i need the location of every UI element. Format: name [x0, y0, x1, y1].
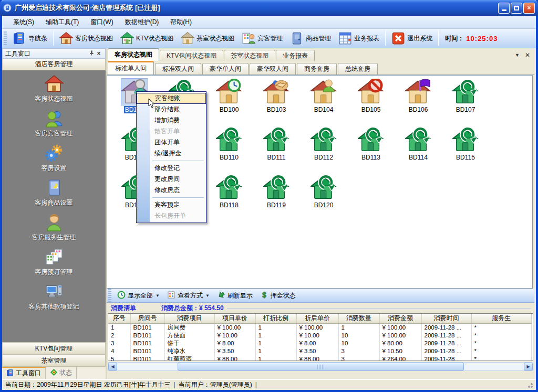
sidebar-item-4[interactable]: 客房服务生管理	[2, 213, 106, 248]
table-row-0[interactable]: 1BD101房间费¥ 100.001¥ 100.001¥ 100.002009-…	[108, 323, 531, 332]
room-list-toolbar-button-0[interactable]: 显示全部▼	[113, 291, 163, 301]
table-column-header-7[interactable]: 消费金额	[379, 314, 421, 323]
room-type-tab-3[interactable]: 豪华双人间	[250, 63, 296, 75]
scroll-right-arrow-icon[interactable]: ▶	[524, 363, 533, 370]
context-menu-item-11[interactable]: 宾客预定	[137, 199, 206, 210]
room-icon-person	[311, 79, 337, 105]
table-column-header-6[interactable]: 消费数量	[338, 314, 379, 323]
resize-grip[interactable]	[526, 382, 533, 388]
table-column-header-5[interactable]: 折后单价	[296, 314, 338, 323]
sidebar-item-0[interactable]: 客房状态视图	[2, 75, 106, 109]
sidebar-item-3[interactable]: 客房商品设置	[2, 178, 106, 213]
menu-item-1[interactable]: 辅助工具(T)	[40, 16, 85, 28]
context-menu-item-2[interactable]: 增加消费	[137, 115, 206, 126]
room-type-tab-4[interactable]: 商务套房	[297, 63, 337, 75]
toolbar-button-1[interactable]: 客房状态视图	[56, 30, 117, 47]
sidebar-bottom-tab-0[interactable]: 工具窗口	[2, 367, 46, 379]
goods-door-icon	[290, 31, 304, 45]
table-column-header-0[interactable]: 序号	[108, 314, 130, 323]
table-column-header-4[interactable]: 打折比例	[255, 314, 296, 323]
table-row-1[interactable]: 2BD101方便面¥ 10.001¥ 10.0010¥ 100.002009-1…	[108, 332, 531, 340]
room-type-tab-2[interactable]: 豪华单人间	[202, 63, 249, 75]
room-BD106[interactable]: BD106	[395, 79, 442, 119]
sidebar-item-1[interactable]: 客房宾客管理	[2, 109, 106, 144]
toolbar-button-7[interactable]: 退出系统	[388, 30, 436, 47]
toolbar-button-0[interactable]: 导航条	[9, 30, 51, 47]
table-column-header-3[interactable]: 项目单价	[214, 314, 255, 323]
pin-icon[interactable]	[88, 50, 95, 58]
room-BD103[interactable]: BD103	[253, 79, 300, 119]
sidebar-panel-hotel-rooms[interactable]: 酒店客房管理	[2, 59, 106, 70]
room-BD120[interactable]: BD120	[300, 174, 347, 214]
room-BD105[interactable]: BD105	[347, 79, 395, 119]
context-menu-item-4[interactable]: 团体开单	[137, 137, 206, 148]
room-BD115[interactable]: BD115	[442, 126, 489, 166]
room-BD114[interactable]: BD114	[395, 126, 442, 166]
room-list-toolbar-button-1[interactable]: 查看方式▼	[163, 291, 213, 301]
room-type-tab-1[interactable]: 标准双人间	[155, 63, 201, 75]
room-BD118[interactable]: BD118	[205, 174, 253, 214]
toolbar-button-5[interactable]: 商品管理	[286, 30, 335, 47]
document-tab-3[interactable]: 业务报表	[276, 50, 315, 61]
scrollbar-thumb[interactable]	[178, 363, 464, 370]
context-menu-item-9[interactable]: 修改房态	[137, 185, 206, 196]
scroll-left-arrow-icon[interactable]: ◀	[108, 363, 117, 370]
toolbar-button-6[interactable]: 业务报表	[335, 30, 383, 47]
context-menu-item-1[interactable]: 部分结账	[137, 104, 206, 115]
tab-close-icon[interactable]: ✕	[525, 51, 530, 59]
table-column-header-2[interactable]: 消费项目	[164, 314, 214, 323]
table-cell: *	[471, 355, 531, 362]
context-menu-item-7[interactable]: 修改登记	[137, 163, 206, 174]
table-column-header-8[interactable]: 消费时间	[421, 314, 471, 323]
app-icon[interactable]	[3, 4, 12, 13]
sidebar-item-2[interactable]: 客房设置	[2, 144, 106, 178]
room-list-toolbar-button-3[interactable]: $押金状态	[256, 291, 299, 301]
room-BD113[interactable]: BD113	[347, 126, 395, 166]
table-cell: ¥ 3.50	[214, 347, 255, 355]
sidebar-panel-ktv[interactable]: KTV包间管理	[2, 342, 106, 354]
document-tab-2[interactable]: 茶室状态视图	[224, 50, 275, 61]
minimize-button[interactable]	[498, 3, 510, 14]
context-menu-item-0[interactable]: 宾客结账	[137, 93, 206, 104]
room-type-tab-0[interactable]: 标准单人间	[108, 61, 154, 75]
toolbar-button-4[interactable]: 宾客管理	[238, 30, 286, 47]
sidebar-item-6[interactable]: 客房其他款项登记	[2, 282, 106, 317]
tool-window-caption-label: 工具窗口	[5, 49, 88, 58]
tool-window-close-icon[interactable]: ×	[95, 50, 102, 57]
room-BD112[interactable]: BD112	[300, 126, 347, 166]
menu-item-0[interactable]: 系统(S)	[7, 16, 40, 28]
document-tab-0[interactable]: 客房状态视图	[108, 48, 159, 61]
table-row-4[interactable]: 5BD101红葡萄酒¥ 88.001¥ 88.003¥ 264.002009-1…	[108, 355, 531, 362]
context-menu-item-12[interactable]: 长包房开单	[137, 210, 206, 221]
menu-item-2[interactable]: 窗口(W)	[85, 16, 119, 28]
room-BD104[interactable]: BD104	[300, 79, 347, 119]
menu-item-4[interactable]: 帮助(H)	[164, 16, 198, 28]
context-menu-item-8[interactable]: 更改房间	[137, 174, 206, 185]
table-row-2[interactable]: 3BD101饼干¥ 8.001¥ 8.0010¥ 80.002009-11-28…	[108, 340, 531, 347]
table-column-header-9[interactable]: 服务生	[471, 314, 531, 323]
table-column-header-1[interactable]: 房间号	[130, 314, 164, 323]
table-row-3[interactable]: 4BD101纯净水¥ 3.501¥ 3.503¥ 10.502009-11-28…	[108, 347, 531, 355]
menu-item-3[interactable]: 数据维护(D)	[119, 16, 165, 28]
time-value: 10:25:03	[466, 35, 498, 43]
toolbar-button-2[interactable]: KTV状态视图	[117, 30, 177, 47]
room-BD119[interactable]: BD119	[253, 174, 300, 214]
document-tab-1[interactable]: KTV包间状态视图	[160, 50, 223, 61]
sidebar-item-5[interactable]: 客房预订管理	[2, 248, 106, 282]
context-menu-item-3[interactable]: 散客开单	[137, 126, 206, 137]
sidebar-panel-tea[interactable]: 茶室管理	[2, 354, 106, 366]
room-BD107[interactable]: BD107	[442, 79, 489, 119]
room-BD111[interactable]: BD111	[253, 126, 300, 166]
sidebar-bottom-tab-1[interactable]: 状态	[46, 367, 77, 379]
tab-dropdown-icon[interactable]: ▼	[515, 52, 520, 58]
table-horizontal-scrollbar[interactable]: ◀ ▶	[108, 362, 533, 371]
room-list-toolbar-button-2[interactable]: 刷新显示	[213, 291, 256, 301]
room-BD100[interactable]: BD100	[205, 79, 253, 119]
maximize-button[interactable]	[511, 3, 522, 14]
total-amount-label: 消费总金额：	[161, 304, 199, 313]
toolbar-button-3[interactable]: 茶室状态视图	[177, 30, 238, 47]
room-BD110[interactable]: BD110	[205, 126, 253, 166]
close-button[interactable]: ×	[523, 3, 535, 14]
context-menu-item-5[interactable]: 续/退押金	[137, 148, 206, 159]
room-type-tab-5[interactable]: 总统套房	[338, 63, 378, 75]
